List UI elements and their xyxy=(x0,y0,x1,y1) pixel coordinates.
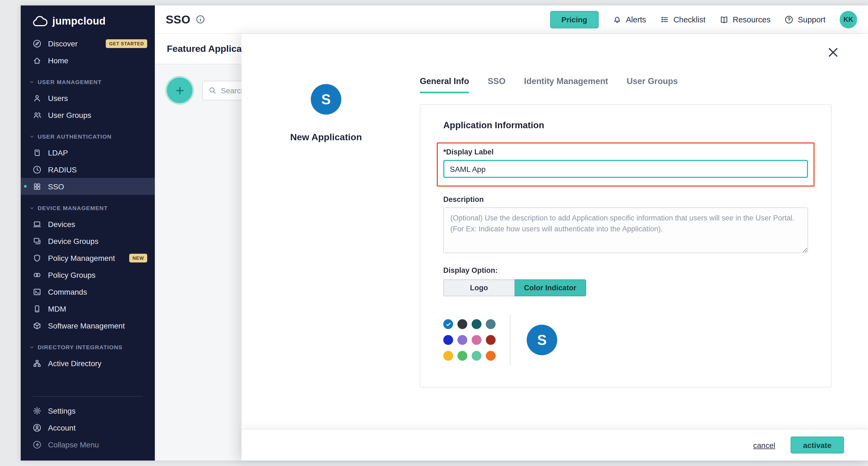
section-label: DEVICE MANAGEMENT xyxy=(38,205,108,211)
tab-user-groups[interactable]: User Groups xyxy=(627,77,678,93)
sidebar-item-label: Discover xyxy=(48,39,78,48)
color-swatch[interactable] xyxy=(458,351,467,361)
sidebar-item-label: RADIUS xyxy=(48,165,77,174)
sidebar-item-label: LDAP xyxy=(48,148,68,157)
color-swatch[interactable] xyxy=(472,319,482,329)
sidebar-item-label: Policy Management xyxy=(48,254,115,262)
sidebar-item-label: MDM xyxy=(48,304,66,313)
logo-option-button[interactable]: Logo xyxy=(443,280,515,296)
description-label: Description xyxy=(443,195,808,204)
checklist-label: Checklist xyxy=(673,15,706,24)
alerts-button[interactable]: Alerts xyxy=(613,15,646,24)
question-circle-icon xyxy=(784,15,793,24)
chevron-down-icon xyxy=(29,205,34,210)
support-button[interactable]: Support xyxy=(784,15,826,24)
compass-icon xyxy=(33,39,41,48)
header-actions: Pricing Alerts Checklist Resources xyxy=(550,11,857,28)
terminal-icon xyxy=(33,287,41,296)
color-swatch[interactable] xyxy=(472,335,482,345)
description-textarea[interactable] xyxy=(443,207,808,253)
sidebar-item-commands[interactable]: Commands xyxy=(21,283,155,300)
sidebar-item-label: Devices xyxy=(48,220,75,228)
add-application-button[interactable] xyxy=(167,78,192,103)
sidebar-section-user-authentication[interactable]: USER AUTHENTICATION xyxy=(21,133,155,140)
sidebar-item-label: Active Directory xyxy=(48,359,101,368)
sidebar-item-user-groups[interactable]: User Groups xyxy=(21,107,155,123)
color-swatch[interactable] xyxy=(443,351,453,361)
sidebar-item-policy-management[interactable]: Policy Management NEW xyxy=(21,250,155,266)
tab-identity-management[interactable]: Identity Management xyxy=(524,77,608,93)
sidebar-item-settings[interactable]: Settings xyxy=(21,402,155,419)
check-icon xyxy=(445,321,451,327)
main-area: SSO Pricing Alerts Checklist Resources xyxy=(155,5,868,461)
display-option-toggle: Logo Color Indicator xyxy=(443,280,586,296)
sidebar-item-home[interactable]: Home xyxy=(21,52,155,69)
checklist-button[interactable]: Checklist xyxy=(660,15,706,24)
sidebar-item-mdm[interactable]: MDM xyxy=(21,300,155,317)
close-modal-button[interactable] xyxy=(827,46,840,59)
color-swatch[interactable] xyxy=(458,335,467,345)
sidebar-item-collapse-menu[interactable]: Collapse Menu xyxy=(21,436,155,453)
color-swatch[interactable] xyxy=(443,335,453,345)
user-icon xyxy=(33,94,41,102)
sidebar-item-label: Home xyxy=(48,56,68,65)
sidebar-item-device-groups[interactable]: Device Groups xyxy=(21,232,155,250)
home-icon xyxy=(33,56,41,65)
tab-sso[interactable]: SSO xyxy=(488,77,505,93)
sidebar-item-discover[interactable]: Discover GET STARTED xyxy=(21,35,155,52)
checklist-icon xyxy=(660,15,669,24)
sidebar-item-devices[interactable]: Devices xyxy=(21,215,155,232)
resources-button[interactable]: Resources xyxy=(720,15,771,24)
new-application-modal: S New Application General Info SSO Ident… xyxy=(242,34,868,461)
application-summary: S New Application xyxy=(242,34,410,143)
sidebar-item-sso[interactable]: SSO xyxy=(21,178,155,195)
section-label: DIRECTORY INTEGRATIONS xyxy=(38,344,123,350)
palette-divider xyxy=(510,315,510,365)
color-swatch[interactable] xyxy=(486,351,496,361)
sidebar-section-directory-integrations[interactable]: DIRECTORY INTEGRATIONS xyxy=(21,344,155,350)
color-swatch[interactable] xyxy=(472,351,482,361)
color-swatch[interactable] xyxy=(486,319,496,329)
sidebar-item-users[interactable]: Users xyxy=(21,89,155,107)
circles-icon xyxy=(33,270,41,279)
color-swatch-selected[interactable] xyxy=(443,319,453,329)
sidebar-section-user-management[interactable]: USER MANAGEMENT xyxy=(21,79,155,85)
modal-tabs: General Info SSO Identity Management Use… xyxy=(420,77,832,93)
sidebar-item-ldap[interactable]: LDAP xyxy=(21,144,155,161)
modal-body: S New Application General Info SSO Ident… xyxy=(242,34,868,429)
user-avatar[interactable]: KK xyxy=(840,11,857,28)
activate-button[interactable]: activate xyxy=(790,437,844,454)
cancel-button[interactable]: cancel xyxy=(753,441,775,449)
pricing-button[interactable]: Pricing xyxy=(550,11,599,28)
jumpcloud-logo[interactable]: jumpcloud xyxy=(21,12,155,35)
sidebar-item-software-management[interactable]: Software Management xyxy=(21,317,155,334)
phone-icon xyxy=(33,304,41,313)
sidebar-item-active-directory[interactable]: Active Directory xyxy=(21,355,155,372)
sidebar-divider xyxy=(33,396,143,397)
sidebar-item-radius[interactable]: RADIUS xyxy=(21,161,155,178)
person-circle-icon xyxy=(33,423,41,432)
color-swatch[interactable] xyxy=(486,335,496,345)
cloud-logo-icon xyxy=(32,16,48,27)
user-group-icon xyxy=(33,111,41,119)
sidebar-item-account[interactable]: Account xyxy=(21,419,155,436)
app-grid-icon xyxy=(33,182,41,191)
tab-general-info[interactable]: General Info xyxy=(420,77,469,93)
sidebar-item-label: Software Management xyxy=(48,321,125,330)
collapse-arrow-icon xyxy=(33,440,41,449)
laptop-icon xyxy=(33,220,41,228)
alerts-label: Alerts xyxy=(626,15,646,24)
sidebar-item-policy-groups[interactable]: Policy Groups xyxy=(21,266,155,283)
color-indicator-option-button[interactable]: Color Indicator xyxy=(515,280,586,296)
info-icon[interactable] xyxy=(196,15,205,24)
device-group-icon xyxy=(33,237,41,245)
gear-icon xyxy=(33,406,41,415)
section-label: USER MANAGEMENT xyxy=(38,79,102,85)
sidebar-section-device-management[interactable]: DEVICE MANAGEMENT xyxy=(21,205,155,211)
app-avatar: S xyxy=(311,84,341,115)
color-swatch[interactable] xyxy=(458,319,467,329)
display-label-input[interactable] xyxy=(443,160,808,178)
color-palette xyxy=(443,319,496,361)
search-icon xyxy=(208,86,216,94)
get-started-badge: GET STARTED xyxy=(106,39,148,48)
